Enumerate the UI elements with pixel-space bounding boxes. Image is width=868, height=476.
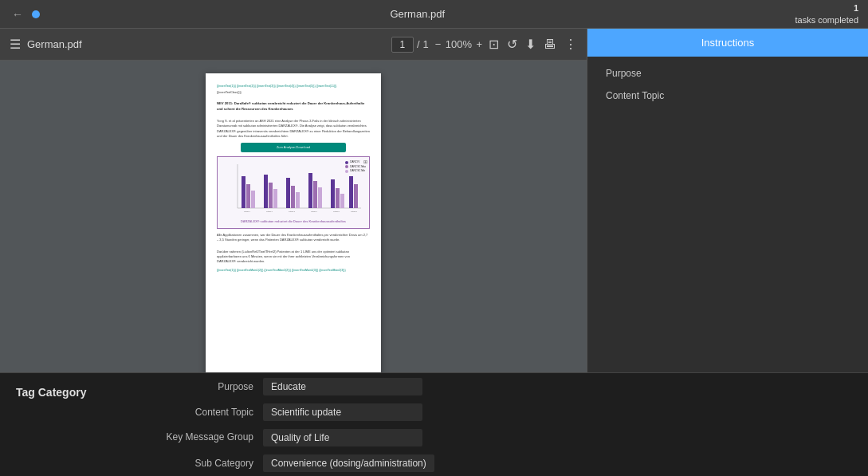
tasks-label: tasks completed bbox=[795, 15, 858, 25]
svg-rect-14 bbox=[331, 179, 335, 208]
key-message-label: Key Message Group bbox=[159, 431, 263, 444]
legend-item-sc-min: DARZ SC Min bbox=[345, 169, 366, 173]
nav-item-purpose[interactable]: Purpose bbox=[597, 63, 858, 84]
pdf-separator-func: {{insertTextClass()}} bbox=[217, 91, 370, 96]
pdf-chart-svg: Stufe 1 Stufe 2 Stufe 3 Stufe 4 Stufe 5 … bbox=[221, 160, 366, 216]
tag-row-key-message: Key Message Group Quality of Life bbox=[159, 428, 868, 447]
nav-item-content-topic[interactable]: Content Topic bbox=[597, 85, 858, 106]
pdf-body-paragraph: Yong S. et al präsentierten an ASH 2021 … bbox=[217, 119, 370, 140]
pdf-menu-icon[interactable]: ☰ bbox=[10, 37, 21, 52]
key-message-label-text: Key Message Group bbox=[167, 431, 253, 443]
tag-row-purpose: Purpose Educate bbox=[159, 377, 868, 396]
pdf-page-separator: / bbox=[417, 38, 420, 50]
svg-rect-5 bbox=[264, 175, 268, 208]
svg-text:Stufe 2: Stufe 2 bbox=[266, 210, 273, 213]
pdf-download-button[interactable]: Zum Analyse-Download bbox=[241, 143, 346, 152]
svg-rect-2 bbox=[242, 176, 245, 208]
right-panel-nav: Purpose Content Topic bbox=[587, 57, 868, 112]
svg-rect-17 bbox=[349, 176, 353, 208]
pdf-document[interactable]: {{insertText(1)}} {{insertText(2)}} {{in… bbox=[0, 61, 587, 372]
svg-rect-12 bbox=[313, 181, 317, 208]
purpose-label: Purpose bbox=[159, 381, 263, 392]
svg-rect-6 bbox=[269, 183, 273, 208]
rotate-button[interactable]: ↺ bbox=[507, 37, 517, 52]
pdf-chart-title: DARZALEX® subkutan reduziert die Dauer d… bbox=[221, 220, 366, 225]
svg-text:Stufe 1: Stufe 1 bbox=[244, 210, 251, 213]
tag-row-sub-category: Sub Category Convenience (dosing/adminis… bbox=[159, 454, 868, 473]
tasks-completed: 1 tasks completed bbox=[795, 2, 858, 26]
key-message-value: Quality of Life bbox=[263, 429, 422, 446]
browser-title: German.pdf bbox=[46, 8, 789, 20]
pdf-chart: ⊞ DARZ IV DARZ SC Max DARZ SC Min bbox=[217, 156, 370, 228]
pdf-footer-text-2: Darüber nahmen (LiultonRef2TwelTHref2) P… bbox=[217, 250, 370, 265]
pdf-zoom-controls: − 100% + bbox=[435, 38, 482, 50]
svg-rect-7 bbox=[273, 189, 277, 208]
browser-bar: ← German.pdf 1 tasks completed bbox=[0, 0, 868, 29]
download-button[interactable]: ⬇ bbox=[525, 37, 536, 52]
svg-rect-16 bbox=[340, 194, 344, 208]
legend-label-sc-min: DARZ SC Min bbox=[350, 169, 365, 173]
svg-rect-9 bbox=[291, 186, 295, 208]
zoom-value: 100% bbox=[444, 38, 473, 50]
bottom-bar: Tag Category Purpose Educate Content Top… bbox=[0, 372, 868, 476]
zoom-in-button[interactable]: + bbox=[476, 38, 482, 50]
sub-category-label: Sub Category bbox=[159, 458, 263, 469]
pdf-footer-teal: {{insertText(1)}} {{insertTextMain1(2)}}… bbox=[217, 269, 370, 273]
tab-instructions[interactable]: Instructions bbox=[587, 29, 868, 57]
content-topic-value: Scientific update bbox=[263, 403, 422, 421]
pdf-body-heading: NEV 2011: DaraSafe® subkutan verabreicht… bbox=[217, 101, 370, 112]
pdf-viewer: ☰ German.pdf / 1 − 100% + ⊡ ↺ ⬇ 🖶 ⋮ bbox=[0, 29, 587, 372]
chart-legend: DARZ IV DARZ SC Max DARZ SC Min bbox=[345, 160, 366, 174]
fit-page-button[interactable]: ⊡ bbox=[489, 37, 499, 52]
legend-item-sc-max: DARZ SC Max bbox=[345, 165, 366, 169]
tasks-count: 1 bbox=[795, 2, 858, 14]
pdf-toolbar: ☰ German.pdf / 1 − 100% + ⊡ ↺ ⬇ 🖶 ⋮ bbox=[0, 29, 587, 61]
svg-rect-3 bbox=[246, 184, 250, 208]
svg-rect-10 bbox=[296, 192, 300, 208]
zoom-out-button[interactable]: − bbox=[435, 38, 442, 50]
pdf-filename: German.pdf bbox=[27, 38, 385, 50]
tag-fields: Purpose Educate Content Topic Scientific… bbox=[159, 373, 868, 476]
pdf-footer-text-1: Alle Applikationen zusammen, war die Dau… bbox=[217, 233, 370, 243]
legend-label-iv: DARZ IV bbox=[350, 160, 359, 164]
svg-rect-18 bbox=[354, 184, 358, 208]
sub-category-value: Convenience (dosing/administration) bbox=[263, 454, 434, 472]
svg-rect-4 bbox=[251, 191, 255, 208]
tag-row-content-topic: Content Topic Scientific update bbox=[159, 403, 868, 422]
tag-category-label: Tag Category bbox=[0, 373, 159, 476]
svg-rect-11 bbox=[308, 173, 312, 208]
back-button[interactable]: ← bbox=[10, 6, 26, 22]
svg-rect-13 bbox=[318, 187, 322, 208]
pdf-toolbar-actions: ⊡ ↺ ⬇ 🖶 ⋮ bbox=[489, 37, 577, 52]
more-options-button[interactable]: ⋮ bbox=[564, 37, 577, 52]
svg-rect-15 bbox=[336, 188, 340, 208]
right-panel-tabs: Instructions bbox=[587, 29, 868, 57]
pdf-page-input[interactable] bbox=[391, 37, 414, 53]
svg-rect-8 bbox=[286, 178, 290, 208]
print-button[interactable]: 🖶 bbox=[544, 37, 556, 52]
pdf-teal-text: {{insertText(1)}} {{insertText(2)}} {{in… bbox=[217, 85, 370, 89]
pdf-page-controls: / 1 bbox=[391, 37, 429, 53]
pdf-page: {{insertText(1)}} {{insertText(2)}} {{in… bbox=[206, 73, 381, 372]
browser-favicon bbox=[32, 10, 40, 18]
purpose-value: Educate bbox=[263, 378, 422, 395]
legend-item-iv: DARZ IV bbox=[345, 160, 366, 164]
legend-label-sc-max: DARZ SC Max bbox=[350, 165, 366, 169]
svg-text:Stufe 6: Stufe 6 bbox=[351, 210, 358, 213]
right-panel: Instructions Purpose Content Topic bbox=[587, 29, 868, 372]
svg-text:Stufe 5: Stufe 5 bbox=[333, 210, 340, 213]
svg-text:Stufe 3: Stufe 3 bbox=[289, 210, 296, 213]
main-area: ☰ German.pdf / 1 − 100% + ⊡ ↺ ⬇ 🖶 ⋮ bbox=[0, 29, 868, 372]
pdf-page-total: 1 bbox=[423, 38, 429, 50]
svg-text:Stufe 4: Stufe 4 bbox=[311, 210, 318, 213]
content-topic-label: Content Topic bbox=[159, 407, 263, 418]
